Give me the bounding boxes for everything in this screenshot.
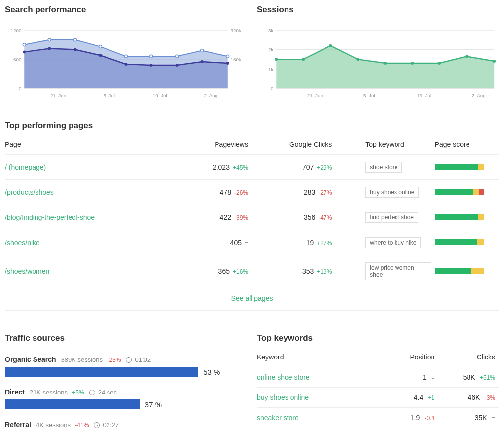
col-page: Page bbox=[5, 136, 168, 155]
pageviews-delta: +16% bbox=[233, 268, 248, 275]
traffic-pct: 37 % bbox=[145, 400, 162, 409]
svg-text:21. Jun: 21. Jun bbox=[307, 93, 323, 98]
traffic-label: Direct bbox=[5, 388, 25, 396]
page-link[interactable]: / (homepage) bbox=[5, 163, 46, 171]
position-value: 4.4 bbox=[414, 394, 423, 401]
keyword-link[interactable]: sneaker store bbox=[257, 414, 299, 422]
traffic-time: 24 sec bbox=[98, 389, 117, 396]
svg-point-42 bbox=[384, 62, 387, 65]
svg-point-41 bbox=[356, 58, 359, 61]
svg-text:3k: 3k bbox=[268, 28, 273, 33]
svg-text:21. Jun: 21. Jun bbox=[50, 93, 66, 98]
table-row: /blog/finding-the-perfect-shoe422-39%356… bbox=[5, 205, 499, 230]
position-delta: = bbox=[430, 374, 434, 381]
col-keyword: Top keyword bbox=[336, 136, 434, 155]
pageviews-delta: +45% bbox=[233, 164, 248, 171]
kw-clicks-delta: +51% bbox=[478, 374, 495, 381]
svg-point-11 bbox=[99, 45, 102, 48]
traffic-row: Direct21K sessions +5%24 sec37 % bbox=[5, 388, 247, 409]
search-performance-title: Search performance bbox=[5, 5, 247, 15]
svg-point-13 bbox=[150, 55, 153, 58]
pageviews-delta: -26% bbox=[234, 189, 248, 196]
page-score-bar bbox=[435, 189, 484, 195]
top-keywords-title: Top keywords bbox=[257, 333, 499, 343]
clicks-value: 707 bbox=[302, 163, 314, 171]
see-all-pages-link[interactable]: See all pages bbox=[231, 294, 273, 302]
kw-col-clicks: Clicks bbox=[438, 349, 499, 367]
svg-text:600: 600 bbox=[13, 57, 22, 62]
svg-point-23 bbox=[176, 64, 179, 67]
clicks-value: 283 bbox=[304, 188, 315, 196]
clicks-delta: -47% bbox=[318, 215, 332, 221]
pageviews-value: 365 bbox=[218, 267, 230, 275]
table-row: /shoes/women365+16%353+19%low price wome… bbox=[5, 255, 499, 287]
svg-text:2. Aug: 2. Aug bbox=[472, 93, 486, 98]
svg-point-14 bbox=[176, 55, 179, 58]
search-performance-chart: 1200 600 0 320k 160k 21. Jun 5. bbox=[5, 20, 247, 106]
svg-point-21 bbox=[125, 63, 128, 66]
page-link[interactable]: /shoes/nike bbox=[5, 239, 40, 247]
pageviews-delta: -39% bbox=[234, 215, 248, 221]
page-score-bar bbox=[435, 214, 484, 220]
top-pages-table: Page Pageviews Google Clicks Top keyword… bbox=[5, 136, 499, 287]
clicks-value: 353 bbox=[302, 267, 314, 275]
table-row: online shoe store1 =58K +51% bbox=[257, 367, 499, 388]
kw-col-position: Position bbox=[378, 349, 439, 367]
clock-icon bbox=[126, 357, 132, 363]
top-keywords-table: Keyword Position Clicks online shoe stor… bbox=[257, 349, 499, 430]
clicks-value: 19 bbox=[306, 239, 314, 247]
top-keyword-tag[interactable]: where to buy nike bbox=[365, 237, 421, 248]
svg-text:1200: 1200 bbox=[11, 28, 22, 33]
traffic-delta: -23% bbox=[106, 357, 121, 363]
keyword-link[interactable]: online shoe store bbox=[257, 373, 310, 381]
svg-text:0: 0 bbox=[271, 86, 274, 91]
page-score-bar bbox=[435, 239, 484, 245]
pageviews-value: 2,023 bbox=[213, 163, 230, 171]
page-link[interactable]: /blog/finding-the-perfect-shoe bbox=[5, 214, 95, 221]
keyword-link[interactable]: buy shoes online bbox=[257, 394, 309, 401]
top-keyword-tag[interactable]: find perfect shoe bbox=[365, 212, 418, 223]
svg-point-16 bbox=[226, 55, 229, 58]
clicks-delta: +29% bbox=[317, 164, 332, 171]
clicks-value: 356 bbox=[304, 214, 315, 221]
kw-clicks-value: 46K bbox=[468, 394, 480, 401]
col-clicks: Google Clicks bbox=[252, 136, 336, 155]
svg-point-39 bbox=[302, 58, 305, 61]
top-keyword-tag[interactable]: low price women shoe bbox=[365, 262, 431, 280]
top-keyword-tag[interactable]: shoe store bbox=[365, 162, 402, 173]
traffic-sessions: 4K sessions bbox=[36, 421, 71, 429]
pageviews-value: 478 bbox=[220, 188, 231, 196]
traffic-label: Organic Search bbox=[5, 356, 56, 363]
kw-clicks-value: 35K bbox=[475, 414, 487, 422]
svg-text:0: 0 bbox=[19, 86, 22, 91]
svg-point-25 bbox=[226, 62, 229, 65]
svg-point-10 bbox=[73, 38, 76, 41]
svg-text:5. Jul: 5. Jul bbox=[103, 93, 114, 98]
position-delta: +1 bbox=[426, 394, 434, 401]
page-link[interactable]: /products/shoes bbox=[5, 188, 54, 196]
position-value: 1 bbox=[423, 373, 427, 381]
svg-point-18 bbox=[48, 47, 51, 50]
traffic-sources-title: Traffic sources bbox=[5, 333, 247, 343]
traffic-row: Organic Search389K sessions -23%01:0253 … bbox=[5, 355, 247, 377]
traffic-bar bbox=[5, 367, 198, 377]
traffic-label: Referral bbox=[5, 421, 31, 429]
col-score: Page score bbox=[435, 136, 499, 155]
clicks-delta: +27% bbox=[317, 240, 332, 247]
position-value: 1.9 bbox=[410, 414, 420, 422]
svg-point-44 bbox=[438, 62, 441, 65]
page-link[interactable]: /shoes/women bbox=[5, 267, 49, 275]
clock-icon bbox=[94, 422, 100, 428]
svg-point-9 bbox=[48, 38, 51, 41]
kw-clicks-value: 58K bbox=[463, 373, 475, 381]
top-keyword-tag[interactable]: buy shoes online bbox=[365, 187, 419, 198]
traffic-sessions: 389K sessions bbox=[61, 356, 103, 363]
traffic-bar bbox=[5, 399, 140, 409]
kw-clicks-delta: = bbox=[490, 415, 495, 422]
clicks-delta: -27% bbox=[318, 189, 332, 196]
table-row: / (homepage)2,023+45%707+29%shoe store bbox=[5, 155, 499, 180]
table-row: /products/shoes478-26%283-27%buy shoes o… bbox=[5, 180, 499, 205]
pageviews-delta: = bbox=[245, 240, 248, 247]
traffic-delta: +5% bbox=[71, 389, 84, 396]
kw-clicks-delta: -3% bbox=[483, 394, 495, 401]
